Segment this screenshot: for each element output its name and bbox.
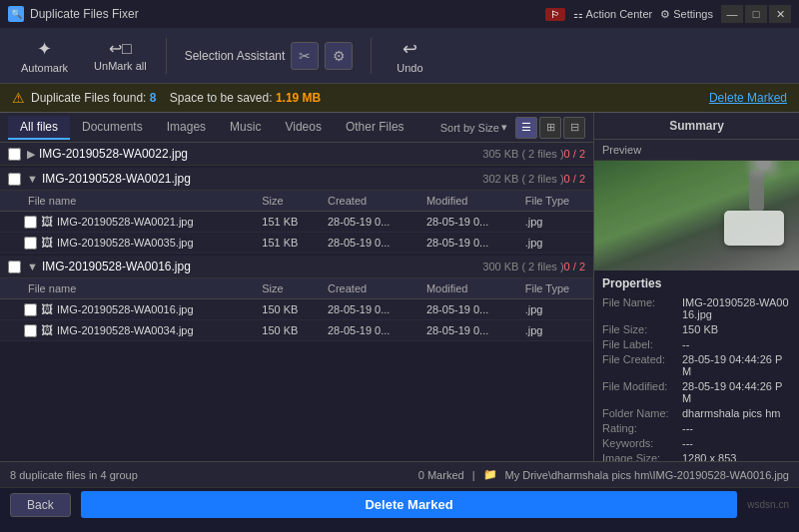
delete-marked-button[interactable]: Delete Marked	[81, 491, 738, 518]
watermark: wsdsn.cn	[747, 499, 789, 510]
group-name-3[interactable]: IMG-20190528-WA0016.jpg	[42, 260, 478, 273]
status-bar: 8 duplicate files in 4 group 0 Marked | …	[0, 461, 799, 487]
properties-title: Properties	[602, 276, 791, 290]
file-checkbox[interactable]	[24, 216, 37, 229]
group-item-3: ▼ IMG-20190528-WA0016.jpg 300 KB ( 2 fil…	[0, 256, 593, 341]
overlay	[594, 161, 799, 270]
main-content: All files Documents Images Music Videos …	[0, 113, 799, 461]
close-btn[interactable]: ✕	[769, 5, 791, 23]
view-list-btn[interactable]: ☰	[515, 117, 537, 139]
group-toggle-1[interactable]: ▶	[27, 148, 35, 161]
file-row[interactable]: 🖼 IMG-20190528-WA0016.jpg 150 KB 28-05-1…	[0, 299, 593, 320]
view-buttons: ☰ ⊞ ⊟	[515, 117, 585, 139]
file-created-cell: 28-05-19 0...	[320, 233, 418, 254]
left-panel: All files Documents Images Music Videos …	[0, 113, 594, 461]
panel-title: Summary	[594, 113, 799, 140]
file-created-cell: 28-05-19 0...	[320, 320, 418, 341]
warning-icon: ⚠	[12, 90, 25, 106]
window-controls: — □ ✕	[721, 5, 791, 23]
group-count-2: 0 / 2	[564, 173, 585, 185]
group-checkbox-2[interactable]	[8, 173, 21, 186]
file-list: ▶ IMG-20190528-WA0022.jpg 305 KB ( 2 fil…	[0, 143, 593, 461]
status-marked-count: 0 Marked	[418, 469, 464, 481]
blur-face	[750, 161, 777, 175]
prop-keywords: Keywords: ---	[602, 437, 791, 449]
file-type-cell: .jpg	[517, 233, 593, 254]
minimize-btn[interactable]: —	[721, 5, 743, 23]
view-grid-btn[interactable]: ⊞	[539, 117, 561, 139]
file-table-3: File name Size Created Modified File Typ…	[0, 278, 593, 341]
back-button[interactable]: Back	[10, 493, 71, 517]
status-separator: |	[472, 469, 475, 481]
status-path[interactable]: My Drive\dharmshala pics hm\IMG-20190528…	[505, 469, 790, 481]
col-header-filename-3: File name	[0, 278, 254, 299]
group-toggle-2[interactable]: ▼	[27, 173, 38, 185]
unmark-icon: ↩□	[109, 39, 132, 58]
prop-folder: Folder Name: dharmshala pics hm	[602, 407, 791, 419]
file-img-icon: 🖼	[41, 302, 53, 316]
col-header-size-3: Size	[254, 278, 320, 299]
group-header-2[interactable]: ▼ IMG-20190528-WA0021.jpg 302 KB ( 2 fil…	[0, 168, 593, 191]
tab-documents[interactable]: Documents	[70, 116, 155, 140]
toolbar-sep-2	[371, 38, 372, 74]
group-item-1: ▶ IMG-20190528-WA0022.jpg 305 KB ( 2 fil…	[0, 143, 593, 166]
group-header-1[interactable]: ▶ IMG-20190528-WA0022.jpg 305 KB ( 2 fil…	[0, 143, 593, 166]
delete-marked-link[interactable]: Delete Marked	[709, 91, 787, 105]
tab-videos[interactable]: Videos	[273, 116, 333, 140]
group-checkbox-3[interactable]	[8, 261, 21, 273]
preview-scene	[594, 161, 799, 270]
app-title: Duplicate Files Fixer	[30, 7, 545, 21]
prop-filelabel: File Label: --	[602, 338, 791, 350]
view-large-btn[interactable]: ⊟	[563, 117, 585, 139]
prop-filename: File Name: IMG-20190528-WA0016.jpg	[602, 296, 791, 320]
file-modified-cell: 28-05-19 0...	[418, 212, 517, 233]
selection-btn-2[interactable]: ⚙	[325, 42, 353, 70]
maximize-btn[interactable]: □	[745, 5, 767, 23]
tab-images[interactable]: Images	[155, 116, 218, 140]
automark-button[interactable]: ✦ Automark	[10, 32, 79, 80]
col-header-filename-2: File name	[0, 191, 254, 212]
prop-imagesize: Image Size: 1280 x 853	[602, 452, 791, 461]
undo-button[interactable]: ↩ Undo	[380, 32, 439, 80]
group-checkbox-1[interactable]	[8, 148, 21, 161]
file-row[interactable]: 🖼 IMG-20190528-WA0021.jpg 151 KB 28-05-1…	[0, 212, 593, 233]
file-row[interactable]: 🖼 IMG-20190528-WA0035.jpg 151 KB 28-05-1…	[0, 233, 593, 254]
col-header-created-3: Created	[320, 278, 418, 299]
group-header-3[interactable]: ▼ IMG-20190528-WA0016.jpg 300 KB ( 2 fil…	[0, 256, 593, 278]
right-panel: Summary Preview Properties File Name: IM…	[594, 113, 799, 461]
tab-other-files[interactable]: Other Files	[334, 116, 416, 140]
file-img-icon: 🖼	[41, 215, 53, 229]
bottom-bar: Back Delete Marked wsdsn.cn	[0, 487, 799, 521]
file-modified-cell: 28-05-19 0...	[418, 233, 517, 254]
undo-icon: ↩	[402, 38, 417, 60]
file-checkbox[interactable]	[24, 237, 37, 250]
file-size-cell: 150 KB	[254, 320, 320, 341]
properties-section: Properties File Name: IMG-20190528-WA001…	[594, 270, 799, 461]
col-header-size-2: Size	[254, 191, 320, 212]
file-name-cell: IMG-20190528-WA0035.jpg	[57, 237, 194, 249]
prop-created: File Created: 28-05-19 04:44:26 PM	[602, 353, 791, 377]
selection-btn-1[interactable]: ✂	[291, 42, 319, 70]
title-bar-right: 🏳 ⚏ Action Center ⚙ Settings	[545, 8, 713, 21]
file-created-cell: 28-05-19 0...	[320, 299, 418, 320]
file-size-cell: 151 KB	[254, 212, 320, 233]
group-info-3: 300 KB ( 2 files )	[482, 261, 563, 272]
settings-btn[interactable]: ⚙ Settings	[660, 8, 713, 21]
group-name-2[interactable]: IMG-20190528-WA0021.jpg	[42, 172, 478, 186]
file-checkbox[interactable]	[24, 303, 37, 316]
file-created-cell: 28-05-19 0...	[320, 212, 418, 233]
group-name-1[interactable]: IMG-20190528-WA0022.jpg	[39, 147, 478, 161]
group-info-1: 305 KB ( 2 files )	[482, 148, 563, 160]
group-toggle-3[interactable]: ▼	[27, 261, 38, 272]
toolbar-sep-1	[166, 38, 167, 74]
action-center-btn[interactable]: ⚏ Action Center	[573, 8, 652, 21]
file-checkbox[interactable]	[24, 324, 37, 337]
unmark-all-button[interactable]: ↩□ UnMark all	[83, 32, 158, 80]
tab-all-files[interactable]: All files	[8, 116, 70, 140]
tab-music[interactable]: Music	[218, 116, 273, 140]
file-row[interactable]: 🖼 IMG-20190528-WA0034.jpg 150 KB 28-05-1…	[0, 320, 593, 341]
duplicate-info: Duplicate Files found: 8 Space to be sav…	[31, 91, 321, 105]
col-header-modified-3: Modified	[418, 278, 517, 299]
sort-by-dropdown[interactable]: Sort by Size ▾	[440, 121, 507, 134]
prop-rating: Rating: ---	[602, 422, 791, 434]
